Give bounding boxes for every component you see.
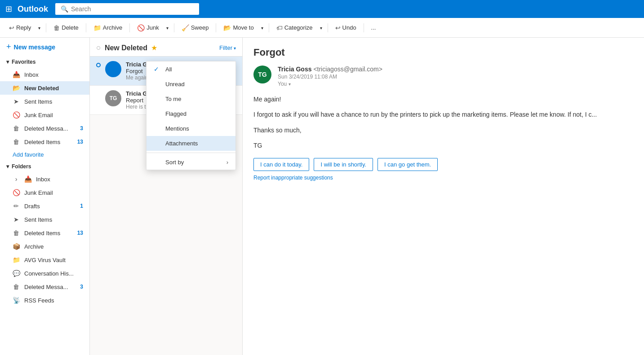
chevron-down-icon[interactable]: ▾ — [289, 82, 291, 87]
toolbar: ↩ Reply 🗑 Delete 📁 Archive 🚫 Junk 🧹 Swee… — [0, 18, 644, 38]
chevron-right-icon: › — [227, 159, 228, 166]
filter-flagged-item[interactable]: Flagged — [147, 106, 235, 121]
email-header-row: TG Tricia Goss <triciagoss@gmail.com> Su… — [253, 66, 633, 87]
sidebar-item-fold-inbox[interactable]: › 📥 Inbox — [0, 172, 89, 186]
sweep-icon: 🧹 — [182, 24, 189, 31]
chevron-down-icon: ▾ — [6, 59, 9, 65]
sidebar-item-fold-archive[interactable]: 📦 Archive — [0, 240, 89, 253]
main-layout: + New message ▾ Favorites 📥 Inbox 📂 New … — [0, 38, 644, 355]
sidebar-item-fold-conv-his[interactable]: 💬 Conversation His... — [0, 267, 89, 280]
new-message-button[interactable]: + New message — [0, 38, 89, 56]
avatar — [105, 61, 121, 77]
filter-button[interactable]: Filter — [219, 44, 236, 51]
move-to-button[interactable]: 📂 Move to — [220, 22, 257, 34]
inbox-icon: 📥 — [24, 175, 31, 183]
separator — [216, 23, 216, 32]
chevron-down-icon: ▾ — [6, 163, 9, 170]
quick-reply-2[interactable]: I will be in shortly. — [314, 158, 373, 171]
send-icon: ➤ — [13, 98, 20, 105]
chat-icon: 💬 — [13, 270, 20, 277]
separator — [129, 23, 130, 32]
sidebar-item-fold-deleted[interactable]: 🗑 Deleted Items 13 — [0, 226, 89, 240]
archive-icon: 📁 — [93, 24, 101, 31]
delete-icon: 🗑 — [53, 24, 60, 31]
filter-all-item[interactable]: ✓ All — [147, 61, 235, 77]
more-button[interactable]: ... — [368, 22, 380, 33]
trash-icon: 🗑 — [13, 138, 20, 145]
reading-pane: Forgot TG Tricia Goss <triciagoss@gmail.… — [243, 38, 644, 355]
delete-button[interactable]: 🗑 Delete — [50, 22, 82, 34]
chevron-down-icon — [166, 24, 169, 31]
badge: 13 — [77, 139, 83, 145]
sidebar-item-fav-junk[interactable]: 🚫 Junk Email — [0, 108, 89, 122]
sidebar-item-fav-sent[interactable]: ➤ Sent Items — [0, 95, 89, 108]
sidebar-item-fold-sent[interactable]: ➤ Sent Items — [0, 213, 89, 226]
sidebar-item-fav-inbox[interactable]: 📥 Inbox — [0, 68, 89, 81]
unread-dot — [96, 63, 101, 67]
trash-icon: 🗑 — [13, 125, 20, 132]
folder-icon: 📁 — [13, 256, 20, 263]
sidebar-item-fold-avg[interactable]: 📁 AVG Virus Vault — [0, 253, 89, 267]
junk-dropdown-button[interactable] — [164, 22, 170, 33]
email-date: Sun 3/24/2019 11:08 AM — [278, 74, 633, 80]
search-box: 🔍 — [55, 3, 199, 15]
categorize-dropdown-button[interactable] — [318, 22, 324, 33]
add-favorite-link[interactable]: Add favorite — [0, 149, 89, 161]
report-link[interactable]: Report inappropriate suggestions — [253, 175, 633, 181]
sidebar-item-fold-junk[interactable]: 🚫 Junk Email — [0, 186, 89, 199]
sidebar-item-fav-deleted-items[interactable]: 🗑 Deleted Items 13 — [0, 135, 89, 149]
sender-email: <triciagoss@gmail.com> — [313, 66, 382, 73]
plus-icon: + — [6, 42, 11, 52]
separator — [364, 23, 364, 32]
ban-icon: 🚫 — [13, 111, 20, 118]
waffle-icon[interactable]: ⊞ — [4, 2, 14, 16]
star-icon[interactable]: ★ — [151, 44, 157, 52]
sidebar-item-fold-drafts[interactable]: ✏ Drafts 1 — [0, 199, 89, 213]
sweep-button[interactable]: 🧹 Sweep — [178, 22, 213, 34]
reply-icon: ↩ — [9, 24, 14, 31]
reply-dropdown-button[interactable] — [36, 22, 42, 33]
search-input[interactable] — [71, 5, 194, 13]
separator — [46, 23, 46, 32]
undo-button[interactable]: ↩ Undo — [332, 22, 360, 34]
body-line-4: TG — [253, 140, 633, 150]
folder-title: New Deleted — [105, 44, 147, 52]
sidebar-item-fav-deleted-messa[interactable]: 🗑 Deleted Messa... 3 — [0, 122, 89, 135]
email-to-line: You ▾ — [278, 81, 633, 87]
quick-reply-3[interactable]: I can go get them. — [378, 158, 438, 171]
badge: 13 — [77, 230, 83, 236]
folders-section-header[interactable]: ▾ Folders — [0, 161, 89, 172]
separator — [174, 23, 174, 32]
move-dropdown-button[interactable] — [259, 22, 265, 33]
body-line-3: Thanks so much, — [253, 125, 633, 135]
favorites-section-header[interactable]: ▾ Favorites — [0, 56, 89, 68]
trash-icon: 🗑 — [13, 283, 20, 290]
separator — [86, 23, 86, 32]
sidebar-item-fold-del-messa[interactable]: 🗑 Deleted Messa... 3 — [0, 280, 89, 294]
filter-to-me-item[interactable]: To me — [147, 92, 235, 106]
quick-reply-1[interactable]: I can do it today. — [253, 158, 309, 171]
filter-attachments-item[interactable]: Attachments — [147, 136, 235, 151]
select-all-icon[interactable]: ○ — [96, 43, 101, 53]
categorize-button[interactable]: 🏷 Categorize — [273, 22, 316, 34]
separator — [328, 23, 328, 32]
trash-icon: 🗑 — [13, 229, 20, 237]
sidebar-item-fav-new-deleted[interactable]: 📂 New Deleted — [0, 81, 89, 95]
archive-button[interactable]: 📁 Archive — [90, 22, 126, 34]
rss-icon: 📡 — [13, 297, 20, 304]
check-icon: ✓ — [154, 66, 161, 73]
filter-mentions-item[interactable]: Mentions — [147, 121, 235, 136]
sidebar-item-fold-rss[interactable]: 📡 RSS Feeds — [0, 294, 89, 307]
sender-avatar: TG — [253, 66, 271, 83]
move-icon: 📂 — [223, 24, 231, 31]
filter-sort-by-item[interactable]: Sort by › — [147, 155, 235, 170]
reply-button[interactable]: ↩ Reply — [5, 22, 35, 34]
filter-unread-item[interactable]: Unread — [147, 77, 235, 92]
chevron-down-icon — [234, 44, 236, 51]
sidebar: + New message ▾ Favorites 📥 Inbox 📂 New … — [0, 38, 90, 355]
separator — [269, 23, 269, 32]
email-body: Me again! I forgot to ask if you will ha… — [253, 94, 633, 151]
junk-button[interactable]: 🚫 Junk — [133, 22, 162, 34]
junk-icon: 🚫 — [137, 24, 145, 31]
body-line-1: Me again! — [253, 94, 633, 104]
